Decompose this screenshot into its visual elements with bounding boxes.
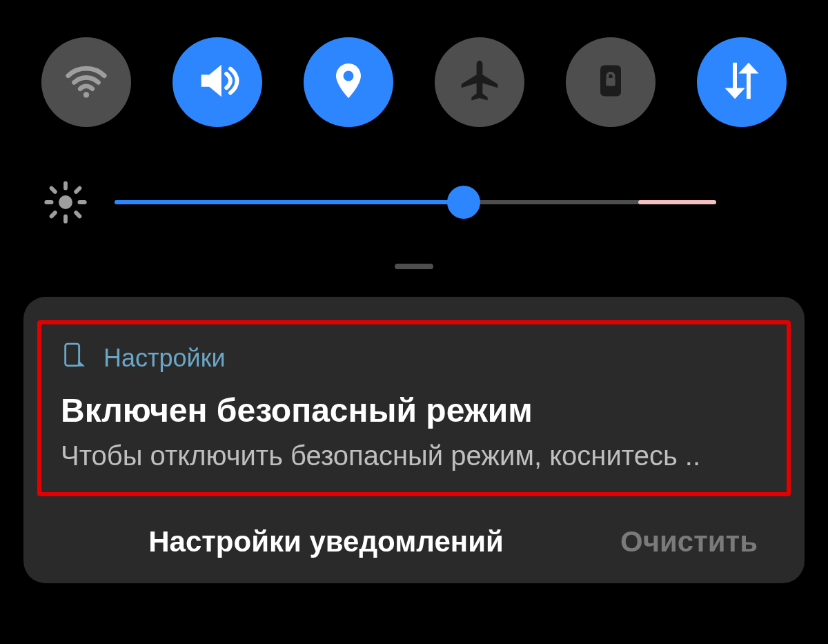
svg-point-4 bbox=[59, 195, 72, 209]
quick-settings-row bbox=[0, 37, 828, 127]
notification-actions: Настройки уведомлений Очистить bbox=[32, 525, 796, 558]
svg-point-1 bbox=[344, 71, 354, 81]
notification-body: Чтобы отключить безопасный режим, коснит… bbox=[61, 440, 767, 471]
airplane-icon bbox=[455, 57, 504, 108]
slider-thumb[interactable] bbox=[447, 186, 480, 219]
notification-card[interactable]: Настройки Включен безопасный режим Чтобы… bbox=[23, 297, 805, 583]
svg-rect-13 bbox=[66, 344, 79, 366]
svg-line-9 bbox=[52, 188, 55, 192]
brightness-icon bbox=[41, 178, 90, 226]
slider-fill bbox=[115, 200, 464, 204]
location-toggle[interactable] bbox=[304, 37, 393, 127]
wifi-toggle[interactable] bbox=[41, 37, 131, 127]
svg-line-11 bbox=[52, 213, 55, 216]
clear-button[interactable]: Очистить bbox=[620, 525, 758, 558]
brightness-slider[interactable] bbox=[115, 188, 716, 216]
rotation-lock-toggle[interactable] bbox=[566, 37, 656, 127]
data-icon bbox=[718, 57, 766, 108]
drag-handle[interactable] bbox=[395, 264, 433, 269]
wifi-icon bbox=[62, 57, 110, 108]
settings-app-icon bbox=[61, 341, 103, 375]
notification-source: Настройки bbox=[61, 341, 767, 375]
svg-rect-3 bbox=[606, 78, 615, 86]
notification-title: Включен безопасный режим bbox=[61, 391, 767, 429]
quick-settings-panel bbox=[0, 0, 828, 276]
notification-highlight-box: Настройки Включен безопасный режим Чтобы… bbox=[37, 320, 791, 496]
notification-source-label: Настройки bbox=[103, 344, 226, 373]
airplane-toggle[interactable] bbox=[435, 37, 524, 127]
brightness-row bbox=[0, 178, 828, 226]
sound-toggle[interactable] bbox=[172, 37, 262, 127]
location-icon bbox=[328, 60, 369, 104]
volume-icon bbox=[193, 57, 241, 108]
notification-area: Настройки Включен безопасный режим Чтобы… bbox=[0, 276, 828, 583]
mobile-data-toggle[interactable] bbox=[697, 37, 787, 127]
slider-overbright bbox=[638, 200, 716, 204]
expand-button[interactable] bbox=[745, 182, 787, 223]
svg-point-0 bbox=[83, 92, 89, 97]
notification-shade: Настройки Включен безопасный режим Чтобы… bbox=[0, 0, 828, 644]
svg-line-10 bbox=[76, 213, 79, 216]
notification-settings-button[interactable]: Настройки уведомлений bbox=[32, 525, 620, 558]
rotation-lock-icon bbox=[590, 60, 631, 104]
svg-line-12 bbox=[76, 188, 79, 192]
